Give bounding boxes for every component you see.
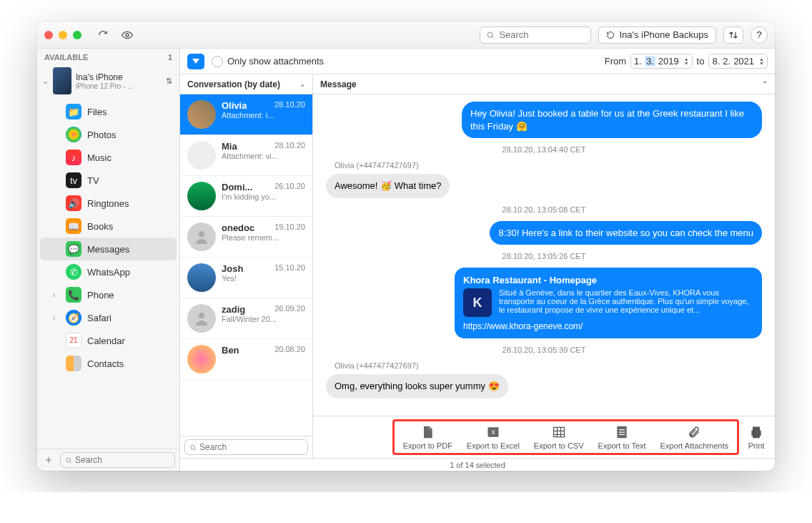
sidebar-item-calendar[interactable]: 21Calendar: [40, 329, 177, 352]
maximize-window-button[interactable]: [73, 31, 81, 39]
usb-icon: ⇅: [166, 77, 172, 86]
search-icon: [486, 31, 495, 39]
conversation-row[interactable]: Domi...26.10.20I'm kidding yo...: [180, 176, 312, 217]
checkbox-icon: [212, 56, 223, 67]
print-button[interactable]: Print: [743, 423, 769, 451]
filter-dropdown-button[interactable]: [187, 54, 204, 69]
sidebar-header: AVAILABLE 1: [37, 49, 179, 64]
close-window-button[interactable]: [44, 31, 53, 39]
device-thumbnail: [53, 67, 71, 94]
sidebar-item-tv[interactable]: tvTV: [40, 169, 177, 192]
tv-icon: tv: [66, 172, 81, 188]
conversation-search-input[interactable]: [199, 442, 303, 452]
sidebar-item-contacts[interactable]: Contacts: [40, 352, 177, 375]
global-search-input[interactable]: [499, 29, 585, 40]
sidebar-search[interactable]: [60, 452, 175, 468]
help-button[interactable]: ?: [751, 26, 768, 44]
export-excel-button[interactable]: XExport to Excel: [462, 423, 524, 451]
backups-button[interactable]: Ina's iPhone Backups: [598, 26, 716, 44]
export-csv-button[interactable]: Export to CSV: [530, 423, 588, 451]
conversation-row[interactable]: onedoc19.10.20Please remem...: [180, 217, 312, 258]
export-attachments-button[interactable]: Export Attachments: [656, 423, 733, 451]
conversation-row[interactable]: Ben20.08.20: [180, 339, 312, 380]
transfer-button[interactable]: [723, 26, 743, 44]
files-icon: 📁: [66, 104, 81, 119]
message-list[interactable]: Hey Olivia! Just booked a table for us a…: [313, 94, 775, 416]
backups-label: Ina's iPhone Backups: [619, 29, 708, 40]
message-bubble-incoming[interactable]: Awesome! 🥳 What time?: [326, 174, 450, 198]
sidebar-item-whatsapp[interactable]: ✆WhatsApp: [40, 260, 177, 283]
sidebar-item-ringtones[interactable]: 🔊Ringtones: [40, 192, 177, 215]
timestamp: 28.10.20, 13:04:40 CET: [326, 145, 762, 154]
conversation-row[interactable]: Josh15.10.20Yes!: [180, 258, 312, 298]
message-bubble-outgoing[interactable]: 8:30! Here's a link to their website so …: [490, 221, 762, 245]
conversation-row[interactable]: Olivia28.10.20Attachment: i...: [180, 94, 312, 135]
nav-list: 📁Files Photos ♪Music tvTV 🔊Ringtones 📖Bo…: [37, 97, 179, 449]
sidebar-item-phone[interactable]: ›📞Phone: [40, 283, 177, 306]
message-bubble-outgoing[interactable]: Hey Olivia! Just booked a table for us a…: [462, 102, 762, 138]
text-icon: [613, 424, 630, 440]
conversation-row[interactable]: zadig26.09.20Fall/Winter 20...: [180, 298, 312, 339]
conversation-row[interactable]: Mia28.10.20Attachment: vi...: [180, 135, 312, 176]
minimize-window-button[interactable]: [59, 31, 67, 39]
whatsapp-icon: ✆: [66, 264, 81, 280]
excel-icon: X: [485, 424, 502, 440]
message-bubble-incoming[interactable]: Omg, everything looks super yummy 😍: [326, 374, 508, 399]
search-icon: [65, 456, 72, 464]
stepper-icon[interactable]: ▲▼: [682, 57, 689, 66]
chevron-down-icon: [192, 59, 199, 64]
refresh-button[interactable]: [94, 26, 112, 44]
sidebar-item-music[interactable]: ♪Music: [40, 146, 177, 169]
export-text-button[interactable]: Export to Text: [594, 423, 650, 451]
avatar: [187, 100, 216, 129]
sidebar-footer: +: [37, 449, 179, 471]
link-preview-card[interactable]: Khora Restaurant - Homepage K Situé à Ge…: [455, 268, 762, 338]
sender-label: Olivia (+447477427697): [326, 361, 762, 370]
add-button[interactable]: +: [41, 454, 56, 466]
stepper-icon[interactable]: ▲▼: [757, 57, 764, 66]
safari-icon: 🧭: [66, 310, 81, 326]
sidebar-search-input[interactable]: [75, 455, 170, 465]
print-icon: [748, 424, 765, 440]
avatar: [187, 263, 216, 292]
message-column: Message ⌃ Hey Olivia! Just booked a tabl…: [313, 74, 775, 458]
from-label: From: [605, 56, 626, 67]
timestamp: 28.10.20, 13:05:26 CET: [326, 252, 762, 260]
svg-point-3: [199, 231, 204, 237]
chevron-right-icon: ›: [53, 314, 55, 322]
date-from-input[interactable]: 1. 3. 2019 ▲▼: [630, 54, 693, 69]
window-controls: [44, 31, 81, 39]
device-name: Ina's iPhone: [76, 72, 134, 82]
svg-text:X: X: [491, 429, 495, 436]
timestamp: 28.10.20, 13:05:39 CET: [326, 346, 762, 354]
global-search[interactable]: [480, 26, 591, 44]
chevron-up-icon: ⌃: [762, 80, 768, 88]
svg-point-0: [126, 34, 129, 36]
sidebar: AVAILABLE 1 ⌄ Ina's iPhone iPhone 12 Pro…: [37, 49, 180, 471]
contacts-icon: [66, 356, 81, 371]
sidebar-item-messages[interactable]: 💬Messages: [40, 238, 177, 260]
conversation-column-header[interactable]: Conversation (by date) ⌄: [180, 74, 312, 94]
date-to-input[interactable]: 8. 2. 2021 ▲▼: [708, 54, 768, 69]
avatar: [187, 345, 216, 373]
avatar: [187, 141, 216, 170]
avatar: [187, 182, 216, 210]
view-button[interactable]: [119, 26, 136, 44]
svg-rect-8: [553, 427, 564, 436]
attachment-icon: [685, 424, 703, 440]
device-row[interactable]: ⌄ Ina's iPhone iPhone 12 Pro - ... ⇅: [37, 64, 179, 97]
export-pdf-button[interactable]: Export to PDF: [399, 423, 457, 451]
message-column-header[interactable]: Message ⌃: [313, 74, 775, 94]
avatar: [187, 223, 216, 251]
chevron-down-icon: ⌄: [41, 77, 49, 86]
export-toolbar-highlight: Export to PDF XExport to Excel Export to…: [392, 419, 739, 455]
filter-bar: Only show attachments From 1. 3. 2019 ▲▼…: [180, 49, 775, 74]
sidebar-item-files[interactable]: 📁Files: [40, 100, 177, 123]
only-attachments-checkbox[interactable]: Only show attachments: [212, 56, 324, 67]
status-bar: 1 of 14 selected: [180, 458, 775, 471]
svg-point-2: [66, 458, 71, 462]
sidebar-item-books[interactable]: 📖Books: [40, 215, 177, 238]
sidebar-item-safari[interactable]: ›🧭Safari: [40, 306, 177, 329]
sidebar-item-photos[interactable]: Photos: [40, 123, 177, 146]
search-icon: [189, 444, 197, 451]
